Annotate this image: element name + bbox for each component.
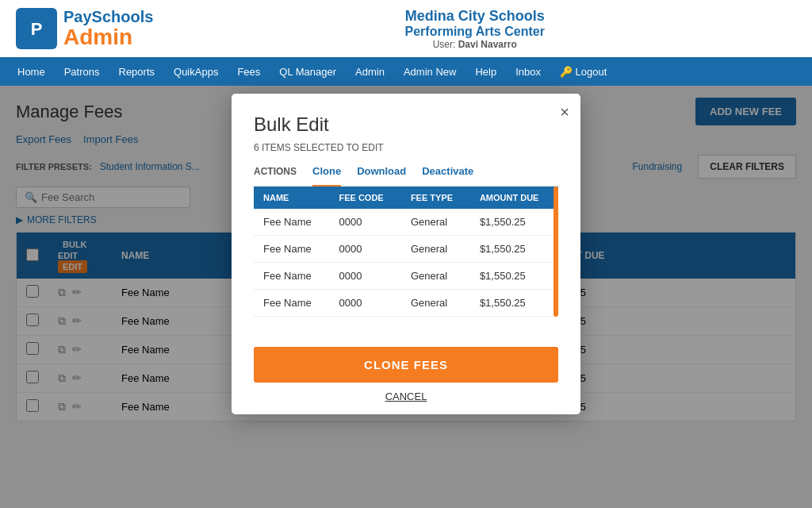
- modal-th-fee-code: FEE CODE: [329, 187, 400, 209]
- modal-deactivate-link[interactable]: Deactivate: [422, 165, 473, 177]
- scroll-indicator: [553, 187, 558, 317]
- nav-home[interactable]: Home: [8, 57, 55, 86]
- user-name: Davi Navarro: [458, 39, 517, 50]
- modal-close-button[interactable]: ×: [560, 103, 569, 121]
- modal-clone-link[interactable]: Clone: [312, 165, 341, 187]
- clone-fees-button[interactable]: CLONE FEES: [254, 347, 558, 383]
- nav-help[interactable]: Help: [465, 57, 506, 86]
- modal-th-amount-due: AMOUNT DUE: [470, 187, 558, 209]
- logo-schools: Schools: [92, 8, 154, 25]
- modal-actions: ACTIONS Clone Download Deactivate: [254, 165, 558, 187]
- modal-row-name: Fee Name: [254, 263, 329, 290]
- bulk-edit-modal: × Bulk Edit 6 ITEMS SELECTED TO EDIT ACT…: [232, 94, 580, 414]
- modal-th-fee-type: FEE TYPE: [401, 187, 470, 209]
- modal-row-fee-type: General: [401, 209, 470, 236]
- top-header: P PaySchools Admin Medina City Schools P…: [0, 0, 812, 57]
- modal-table-container: NAME FEE CODE FEE TYPE AMOUNT DUE Fee Na…: [254, 187, 558, 317]
- modal-table-body: Fee Name 0000 General $1,550.25 Fee Name…: [254, 209, 558, 317]
- modal-row-fee-code: 0000: [329, 236, 400, 263]
- modal-subtitle: 6 ITEMS SELECTED TO EDIT: [254, 142, 558, 153]
- modal-row-fee-type: General: [401, 290, 470, 317]
- modal-table-row: Fee Name 0000 General $1,550.25: [254, 263, 558, 290]
- modal-body: × Bulk Edit 6 ITEMS SELECTED TO EDIT ACT…: [232, 94, 580, 333]
- modal-row-fee-code: 0000: [329, 263, 400, 290]
- modal-th-name: NAME: [254, 187, 329, 209]
- modal-table-row: Fee Name 0000 General $1,550.25: [254, 236, 558, 263]
- modal-title: Bulk Edit: [254, 114, 558, 136]
- modal-row-fee-code: 0000: [329, 209, 400, 236]
- modal-row-amount: $1,550.25: [470, 236, 558, 263]
- modal-row-name: Fee Name: [254, 236, 329, 263]
- modal-table: NAME FEE CODE FEE TYPE AMOUNT DUE Fee Na…: [254, 187, 558, 317]
- logo-pay: Pay: [63, 8, 92, 25]
- nav-inbox[interactable]: Inbox: [506, 57, 550, 86]
- modal-row-amount: $1,550.25: [470, 290, 558, 317]
- modal-row-fee-type: General: [401, 236, 470, 263]
- cancel-link[interactable]: CANCEL: [385, 391, 427, 402]
- logo-area: P PaySchools Admin: [16, 8, 153, 50]
- school-name: Medina City Schools: [153, 8, 796, 25]
- user-info: User: Davi Navarro: [153, 39, 796, 50]
- nav-logout[interactable]: 🔑 Logout: [550, 57, 616, 86]
- nav-fees[interactable]: Fees: [228, 57, 270, 86]
- svg-text:P: P: [31, 19, 43, 39]
- user-label: User:: [433, 39, 456, 50]
- nav-patrons[interactable]: Patrons: [55, 57, 109, 86]
- school-sub: Performing Arts Center: [153, 25, 796, 39]
- nav-bar: Home Patrons Reports QuikApps Fees QL Ma…: [0, 57, 812, 86]
- main-content: Manage Fees ADD NEW FEE Export Fees Impo…: [0, 86, 812, 508]
- modal-table-row: Fee Name 0000 General $1,550.25: [254, 209, 558, 236]
- header-center: Medina City Schools Performing Arts Cent…: [153, 8, 796, 50]
- nav-admin[interactable]: Admin: [346, 57, 394, 86]
- modal-table-row: Fee Name 0000 General $1,550.25: [254, 290, 558, 317]
- nav-reports[interactable]: Reports: [109, 57, 165, 86]
- logo-svg: P: [22, 14, 51, 43]
- modal-table-wrap: NAME FEE CODE FEE TYPE AMOUNT DUE Fee Na…: [254, 187, 558, 317]
- modal-row-fee-code: 0000: [329, 290, 400, 317]
- modal-row-amount: $1,550.25: [470, 209, 558, 236]
- nav-admin-new[interactable]: Admin New: [394, 57, 465, 86]
- logo-icon: P: [16, 8, 57, 49]
- modal-row-name: Fee Name: [254, 209, 329, 236]
- modal-footer: CLONE FEES CANCEL: [232, 333, 580, 414]
- nav-quikapps[interactable]: QuikApps: [164, 57, 228, 86]
- logo-admin: Admin: [63, 25, 153, 50]
- logo-text: PaySchools Admin: [63, 8, 153, 50]
- modal-row-amount: $1,550.25: [470, 263, 558, 290]
- nav-ql-manager[interactable]: QL Manager: [270, 57, 346, 86]
- modal-row-fee-type: General: [401, 263, 470, 290]
- modal-actions-label: ACTIONS: [254, 166, 297, 177]
- modal-overlay: × Bulk Edit 6 ITEMS SELECTED TO EDIT ACT…: [0, 86, 812, 508]
- modal-row-name: Fee Name: [254, 290, 329, 317]
- modal-download-link[interactable]: Download: [357, 165, 406, 177]
